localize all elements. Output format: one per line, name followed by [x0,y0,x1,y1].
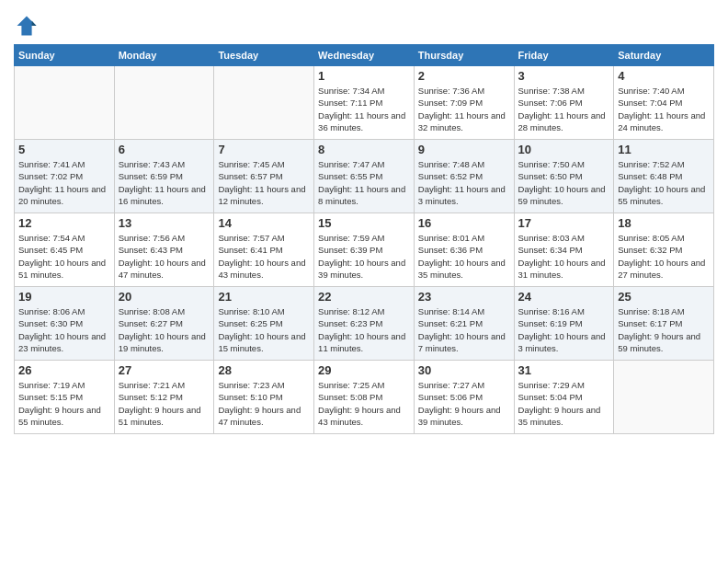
day-number: 16 [418,216,510,230]
day-number: 25 [618,290,710,304]
day-info: Sunrise: 7:47 AM Sunset: 6:55 PM Dayligh… [318,158,410,207]
day-info: Sunrise: 7:52 AM Sunset: 6:48 PM Dayligh… [618,158,710,207]
calendar-cell: 23Sunrise: 8:14 AM Sunset: 6:21 PM Dayli… [414,287,514,361]
calendar-cell: 24Sunrise: 8:16 AM Sunset: 6:19 PM Dayli… [514,287,614,361]
calendar-cell [214,66,314,140]
day-info: Sunrise: 8:12 AM Sunset: 6:23 PM Dayligh… [318,305,410,354]
day-info: Sunrise: 7:25 AM Sunset: 5:08 PM Dayligh… [318,379,410,428]
calendar-cell: 22Sunrise: 8:12 AM Sunset: 6:23 PM Dayli… [314,287,415,361]
day-number: 13 [119,216,210,230]
day-number: 15 [318,216,410,230]
day-info: Sunrise: 8:05 AM Sunset: 6:32 PM Dayligh… [618,232,710,281]
day-number: 1 [318,69,410,83]
day-number: 5 [18,143,110,156]
calendar-cell: 17Sunrise: 8:03 AM Sunset: 6:34 PM Dayli… [514,213,614,287]
calendar-cell: 28Sunrise: 7:23 AM Sunset: 5:10 PM Dayli… [214,361,314,434]
day-number: 4 [618,69,710,83]
day-number: 14 [218,216,310,230]
day-info: Sunrise: 8:03 AM Sunset: 6:34 PM Dayligh… [518,232,610,281]
header-saturday: Saturday [614,45,714,66]
calendar-cell: 15Sunrise: 7:59 AM Sunset: 6:39 PM Dayli… [314,213,415,287]
day-info: Sunrise: 7:29 AM Sunset: 5:04 PM Dayligh… [518,379,610,428]
calendar-cell: 25Sunrise: 8:18 AM Sunset: 6:17 PM Dayli… [614,287,714,361]
day-number: 12 [18,216,110,230]
calendar-cell: 3Sunrise: 7:38 AM Sunset: 7:06 PM Daylig… [514,66,614,140]
page-header [14,9,714,39]
calendar-cell: 13Sunrise: 7:56 AM Sunset: 6:43 PM Dayli… [114,213,214,287]
calendar-cell: 6Sunrise: 7:43 AM Sunset: 6:59 PM Daylig… [114,140,214,213]
calendar-cell: 2Sunrise: 7:36 AM Sunset: 7:09 PM Daylig… [414,66,514,140]
day-info: Sunrise: 7:59 AM Sunset: 6:39 PM Dayligh… [318,232,410,281]
day-info: Sunrise: 7:27 AM Sunset: 5:06 PM Dayligh… [418,379,510,428]
calendar-cell: 10Sunrise: 7:50 AM Sunset: 6:50 PM Dayli… [514,140,614,213]
calendar-cell [114,66,214,140]
calendar-cell: 16Sunrise: 8:01 AM Sunset: 6:36 PM Dayli… [414,213,514,287]
calendar-cell: 30Sunrise: 7:27 AM Sunset: 5:06 PM Dayli… [414,361,514,434]
calendar-cell: 19Sunrise: 8:06 AM Sunset: 6:30 PM Dayli… [15,287,115,361]
day-info: Sunrise: 8:14 AM Sunset: 6:21 PM Dayligh… [418,305,510,354]
day-info: Sunrise: 8:06 AM Sunset: 6:30 PM Dayligh… [18,305,110,354]
calendar-cell: 7Sunrise: 7:45 AM Sunset: 6:57 PM Daylig… [214,140,314,213]
day-info: Sunrise: 7:38 AM Sunset: 7:06 PM Dayligh… [518,85,610,133]
day-number: 7 [218,143,310,156]
day-info: Sunrise: 7:40 AM Sunset: 7:04 PM Dayligh… [618,85,710,133]
calendar-cell: 21Sunrise: 8:10 AM Sunset: 6:25 PM Dayli… [214,287,314,361]
header-sunday: Sunday [15,45,115,66]
day-number: 19 [18,290,110,304]
day-number: 31 [518,363,610,377]
calendar-header-row: SundayMondayTuesdayWednesdayThursdayFrid… [15,45,714,66]
calendar-cell: 5Sunrise: 7:41 AM Sunset: 7:02 PM Daylig… [15,140,115,213]
calendar-cell: 27Sunrise: 7:21 AM Sunset: 5:12 PM Dayli… [114,361,214,434]
day-info: Sunrise: 7:57 AM Sunset: 6:41 PM Dayligh… [218,232,310,281]
day-number: 26 [18,363,110,377]
day-info: Sunrise: 8:01 AM Sunset: 6:36 PM Dayligh… [418,232,510,281]
day-number: 8 [318,143,410,156]
calendar-week-row: 26Sunrise: 7:19 AM Sunset: 5:15 PM Dayli… [15,361,714,434]
calendar-cell: 12Sunrise: 7:54 AM Sunset: 6:45 PM Dayli… [15,213,115,287]
calendar-cell: 1Sunrise: 7:34 AM Sunset: 7:11 PM Daylig… [314,66,415,140]
day-info: Sunrise: 7:36 AM Sunset: 7:09 PM Dayligh… [418,85,510,133]
day-info: Sunrise: 8:08 AM Sunset: 6:27 PM Dayligh… [119,305,210,354]
header-monday: Monday [114,45,214,66]
day-number: 20 [119,290,210,304]
day-info: Sunrise: 7:41 AM Sunset: 7:02 PM Dayligh… [18,158,110,207]
calendar-week-row: 1Sunrise: 7:34 AM Sunset: 7:11 PM Daylig… [15,66,714,140]
header-wednesday: Wednesday [314,45,415,66]
day-number: 11 [618,143,710,156]
day-number: 3 [518,69,610,83]
day-number: 23 [418,290,510,304]
day-number: 29 [318,363,410,377]
day-number: 10 [518,143,610,156]
day-info: Sunrise: 8:10 AM Sunset: 6:25 PM Dayligh… [218,305,310,354]
calendar-cell: 20Sunrise: 8:08 AM Sunset: 6:27 PM Dayli… [114,287,214,361]
calendar-cell [614,361,714,434]
calendar-cell: 18Sunrise: 8:05 AM Sunset: 6:32 PM Dayli… [614,213,714,287]
calendar-cell: 14Sunrise: 7:57 AM Sunset: 6:41 PM Dayli… [214,213,314,287]
day-number: 6 [119,143,210,156]
day-info: Sunrise: 7:56 AM Sunset: 6:43 PM Dayligh… [119,232,210,281]
day-number: 17 [518,216,610,230]
day-number: 18 [618,216,710,230]
calendar-cell: 9Sunrise: 7:48 AM Sunset: 6:52 PM Daylig… [414,140,514,213]
day-info: Sunrise: 7:45 AM Sunset: 6:57 PM Dayligh… [218,158,310,207]
calendar-cell: 11Sunrise: 7:52 AM Sunset: 6:48 PM Dayli… [614,140,714,213]
day-number: 30 [418,363,510,377]
header-thursday: Thursday [414,45,514,66]
day-info: Sunrise: 7:43 AM Sunset: 6:59 PM Dayligh… [119,158,210,207]
day-number: 27 [119,363,210,377]
day-info: Sunrise: 7:23 AM Sunset: 5:10 PM Dayligh… [218,379,310,428]
day-number: 24 [518,290,610,304]
calendar-week-row: 12Sunrise: 7:54 AM Sunset: 6:45 PM Dayli… [15,213,714,287]
calendar-cell [15,66,115,140]
calendar-cell: 29Sunrise: 7:25 AM Sunset: 5:08 PM Dayli… [314,361,415,434]
day-number: 2 [418,69,510,83]
day-info: Sunrise: 7:21 AM Sunset: 5:12 PM Dayligh… [119,379,210,428]
calendar-cell: 4Sunrise: 7:40 AM Sunset: 7:04 PM Daylig… [614,66,714,140]
day-info: Sunrise: 8:16 AM Sunset: 6:19 PM Dayligh… [518,305,610,354]
day-number: 9 [418,143,510,156]
day-number: 22 [318,290,410,304]
day-info: Sunrise: 8:18 AM Sunset: 6:17 PM Dayligh… [618,305,710,354]
calendar-table: SundayMondayTuesdayWednesdayThursdayFrid… [14,44,714,434]
day-info: Sunrise: 7:34 AM Sunset: 7:11 PM Dayligh… [318,85,410,133]
day-info: Sunrise: 7:54 AM Sunset: 6:45 PM Dayligh… [18,232,110,281]
